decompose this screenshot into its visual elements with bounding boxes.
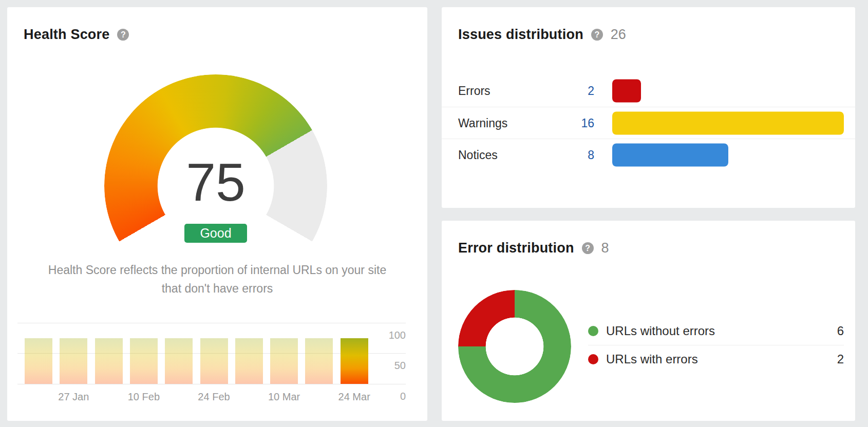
x-axis-tick: 24 Mar [326, 391, 383, 403]
issue-count-link[interactable]: 2 [544, 84, 594, 98]
history-bar[interactable] [341, 338, 368, 384]
error-distribution-card: Error distribution ? 8 URLs without erro… [442, 221, 855, 421]
issues-list: Errors 2 Warnings 16 Notices 8 [442, 75, 855, 170]
issue-label: Notices [458, 148, 498, 162]
help-icon[interactable]: ? [117, 29, 129, 41]
history-bar[interactable] [235, 338, 263, 384]
legend-row-urls-without-errors: URLs without errors 6 [588, 317, 844, 345]
issue-bar[interactable] [612, 80, 641, 103]
legend-value: 6 [837, 324, 844, 338]
y-axis-tick: 100 [375, 329, 406, 341]
health-status-badge: Good [184, 224, 247, 243]
legend-value: 2 [837, 352, 844, 366]
issues-total-count: 26 [611, 27, 626, 43]
errors-total-count: 8 [601, 240, 609, 256]
issue-bar[interactable] [612, 143, 728, 166]
legend-label: URLs without errors [606, 324, 837, 338]
history-bar[interactable] [270, 338, 298, 384]
history-bar[interactable] [130, 338, 158, 384]
issue-row-errors: Errors 2 [442, 75, 855, 107]
help-icon[interactable]: ? [582, 242, 594, 254]
legend-dot-green [588, 326, 598, 336]
health-score-header: Health Score ? [24, 27, 129, 43]
history-bar[interactable] [25, 338, 52, 384]
issue-label: Warnings [458, 116, 507, 130]
issue-row-warnings: Warnings 16 [442, 107, 855, 139]
x-axis-tick: 10 Feb [116, 391, 172, 403]
x-axis-tick: 27 Jan [45, 391, 102, 403]
issue-count-link[interactable]: 16 [544, 116, 594, 130]
issue-row-notices: Notices 8 [442, 139, 855, 170]
history-bar[interactable] [60, 338, 87, 384]
error-distribution-title: Error distribution [458, 240, 574, 256]
help-icon[interactable]: ? [591, 29, 603, 41]
health-score-title: Health Score [24, 27, 109, 43]
x-axis-tick: 10 Mar [256, 391, 312, 403]
health-score-value: 75 [104, 156, 327, 209]
y-axis-tick: 50 [375, 360, 406, 372]
health-score-card: Health Score ? 75 Good Health Score refl… [7, 7, 427, 421]
issues-distribution-card: Issues distribution ? 26 Errors 2 Warnin… [442, 7, 855, 208]
health-history-chart[interactable]: 100 50 0 27 Jan10 Feb24 Feb10 Mar24 Mar [17, 323, 406, 384]
gridline [17, 323, 406, 323]
issues-distribution-header: Issues distribution ? 26 [458, 27, 626, 43]
legend-dot-red [588, 354, 598, 364]
health-score-description: Health Score reflects the proportion of … [37, 261, 397, 298]
issue-bar[interactable] [612, 111, 844, 134]
legend-label: URLs with errors [606, 352, 837, 366]
issue-count-link[interactable]: 8 [544, 148, 594, 162]
issues-distribution-title: Issues distribution [458, 27, 583, 43]
x-axis-tick: 24 Feb [186, 391, 242, 403]
legend-row-urls-with-errors: URLs with errors 2 [588, 345, 844, 373]
history-bar[interactable] [305, 338, 333, 384]
issue-label: Errors [458, 84, 490, 98]
gridline [17, 384, 406, 384]
error-distribution-header: Error distribution ? 8 [458, 240, 609, 256]
error-legend: URLs without errors 6 URLs with errors 2 [588, 317, 844, 373]
history-bar[interactable] [200, 338, 228, 384]
history-bar[interactable] [95, 338, 123, 384]
history-bar[interactable] [165, 338, 193, 384]
error-donut-chart[interactable] [458, 290, 571, 403]
